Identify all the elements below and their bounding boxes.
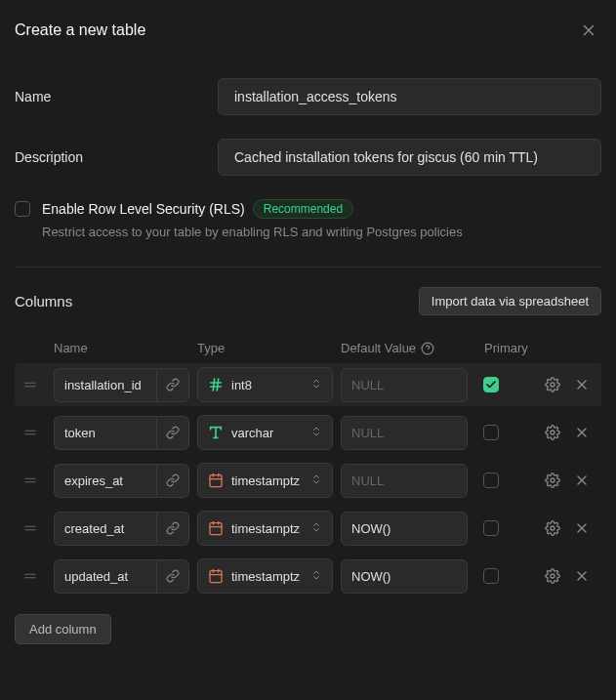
default-value-input[interactable] (341, 368, 468, 402)
svg-point-35 (551, 526, 554, 530)
close-icon (574, 520, 590, 536)
column-type-select[interactable]: timestamptz (197, 558, 333, 594)
column-settings-button[interactable] (541, 469, 564, 492)
column-type-select[interactable]: varchar (197, 415, 333, 450)
gear-icon (545, 520, 560, 536)
svg-point-44 (551, 574, 554, 578)
column-row: int8 (15, 363, 601, 406)
close-icon (580, 21, 597, 39)
modal-title: Create a new table (15, 21, 145, 39)
type-text: timestamptz (231, 521, 303, 536)
column-settings-button[interactable] (541, 564, 564, 588)
primary-wrapper (475, 473, 526, 488)
type-text: varchar (231, 426, 303, 440)
column-name-input[interactable] (54, 464, 156, 498)
default-value-input[interactable] (341, 559, 468, 594)
row-actions (541, 373, 601, 396)
rls-checkbox[interactable] (15, 201, 30, 217)
column-type-select[interactable]: int8 (197, 367, 333, 402)
default-value-input[interactable] (341, 416, 468, 450)
drag-handle[interactable] (15, 426, 46, 439)
drag-handle[interactable] (15, 521, 46, 535)
calendar-icon (208, 568, 224, 584)
svg-point-26 (551, 478, 554, 482)
foreign-key-button[interactable] (156, 368, 189, 402)
primary-checkbox[interactable] (483, 520, 499, 536)
drag-handle[interactable] (15, 378, 46, 391)
svg-rect-31 (210, 523, 222, 535)
column-delete-button[interactable] (570, 564, 594, 588)
row-actions (541, 421, 601, 444)
drag-icon (23, 569, 37, 583)
columns-title: Columns (15, 293, 72, 309)
calendar-icon (208, 520, 224, 536)
column-delete-button[interactable] (570, 373, 594, 396)
rls-content: Enable Row Level Security (RLS) Recommen… (42, 199, 601, 239)
help-icon[interactable] (421, 342, 434, 355)
link-icon (166, 521, 180, 535)
column-delete-button[interactable] (570, 516, 594, 540)
primary-checkbox[interactable] (483, 568, 499, 584)
foreign-key-button[interactable] (156, 416, 189, 450)
column-name-input[interactable] (54, 368, 156, 402)
header-primary: Primary (484, 341, 543, 355)
default-value-input[interactable] (341, 512, 468, 546)
column-type-select[interactable]: timestamptz (197, 511, 333, 546)
column-name-input[interactable] (54, 512, 156, 546)
add-column-button[interactable]: Add column (15, 614, 111, 644)
column-row: timestamptz (15, 459, 601, 502)
type-text: timestamptz (231, 569, 303, 584)
foreign-key-button[interactable] (156, 512, 189, 546)
rls-description: Restrict access to your table by enablin… (42, 225, 601, 239)
column-delete-button[interactable] (570, 469, 594, 492)
svg-point-17 (551, 431, 554, 434)
columns-header: Columns Import data via spreadsheet (15, 287, 601, 315)
foreign-key-button[interactable] (156, 559, 189, 594)
column-type-select[interactable]: timestamptz (197, 463, 333, 498)
chevron-updown-icon (310, 568, 322, 584)
column-settings-button[interactable] (541, 421, 564, 444)
primary-checkbox[interactable] (483, 473, 499, 488)
row-actions (541, 469, 601, 492)
drag-icon (23, 378, 37, 391)
primary-wrapper (475, 425, 526, 440)
check-icon (485, 379, 497, 391)
svg-line-9 (217, 379, 218, 391)
foreign-key-button[interactable] (156, 464, 189, 498)
link-icon (166, 474, 180, 487)
default-value-input[interactable] (341, 464, 468, 498)
column-name-input[interactable] (54, 416, 156, 450)
close-icon (574, 377, 590, 392)
drag-icon (23, 426, 37, 439)
primary-checkbox[interactable] (483, 425, 499, 440)
name-input[interactable] (218, 78, 601, 115)
name-group (54, 368, 189, 402)
close-icon (574, 473, 590, 488)
column-settings-button[interactable] (541, 373, 564, 396)
chevron-updown-icon (310, 473, 322, 488)
rls-title-row: Enable Row Level Security (RLS) Recommen… (42, 199, 601, 219)
drag-icon (23, 521, 37, 535)
header-default: Default Value (341, 341, 484, 355)
import-spreadsheet-button[interactable]: Import data via spreadsheet (419, 287, 601, 315)
rls-row: Enable Row Level Security (RLS) Recommen… (15, 199, 601, 239)
drag-handle[interactable] (15, 569, 46, 583)
svg-rect-40 (210, 571, 222, 583)
column-delete-button[interactable] (570, 421, 594, 444)
link-icon (166, 378, 180, 391)
svg-line-8 (213, 379, 214, 391)
row-actions (541, 516, 601, 540)
description-input[interactable] (218, 139, 601, 176)
primary-checkbox[interactable] (483, 377, 499, 392)
column-settings-button[interactable] (541, 516, 564, 540)
header-name: Name (54, 341, 197, 355)
gear-icon (545, 473, 560, 488)
type-text: int8 (231, 378, 303, 392)
description-label: Description (15, 149, 218, 165)
column-name-input[interactable] (54, 559, 156, 594)
table-header-row: Name Type Default Value Primary (15, 333, 601, 363)
gear-icon (545, 568, 560, 584)
close-button[interactable] (576, 18, 601, 43)
close-icon (574, 568, 590, 584)
drag-handle[interactable] (15, 474, 46, 487)
